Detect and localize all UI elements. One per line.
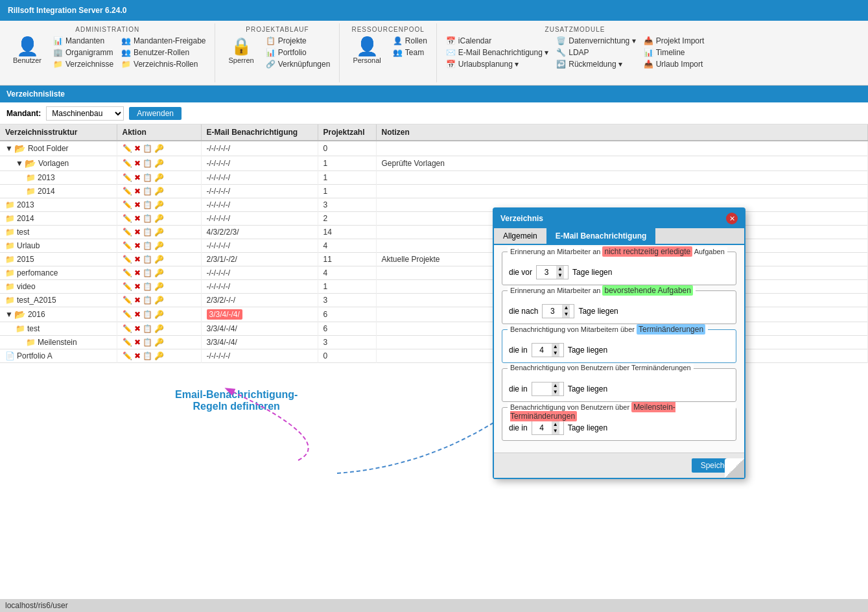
ribbon-item-benutzer[interactable]: 👤 Benutzer xyxy=(8,36,47,65)
delete-icon[interactable]: ✖ xyxy=(134,310,141,319)
edit-icon[interactable]: ✏️ xyxy=(123,255,132,264)
copy-icon[interactable]: 📋 xyxy=(143,351,152,360)
copy-icon[interactable]: 📋 xyxy=(143,324,152,333)
edit-icon[interactable]: ✏️ xyxy=(123,338,132,347)
ribbon-link-urlaubsplanung[interactable]: 📅 Urlaubsplanung ▾ xyxy=(445,59,550,69)
copy-icon[interactable]: 📋 xyxy=(143,310,152,319)
copy-icon[interactable]: 📋 xyxy=(143,214,152,223)
ribbon-link-rueckmeldung[interactable]: ↩️ Rückmeldung ▾ xyxy=(555,59,637,69)
key-icon[interactable]: 🔑 xyxy=(154,173,164,182)
copy-icon[interactable]: 📋 xyxy=(143,200,152,209)
ribbon-item-personal[interactable]: 👤 Personal xyxy=(347,36,386,65)
delete-icon[interactable]: ✖ xyxy=(134,159,141,168)
copy-icon[interactable]: 📋 xyxy=(143,338,152,347)
delete-icon[interactable]: ✖ xyxy=(134,282,141,291)
edit-icon[interactable]: ✏️ xyxy=(123,310,132,319)
spinner-1-input[interactable] xyxy=(537,268,556,277)
key-icon[interactable]: 🔑 xyxy=(154,351,164,360)
key-icon[interactable]: 🔑 xyxy=(154,282,164,291)
ribbon-link-projekte[interactable]: 📋 Projekte xyxy=(264,36,332,46)
edit-icon[interactable]: ✏️ xyxy=(123,324,132,333)
spinner-4-up[interactable]: ▲ xyxy=(552,383,559,389)
copy-icon[interactable]: 📋 xyxy=(143,241,152,250)
delete-icon[interactable]: ✖ xyxy=(134,200,141,209)
edit-icon[interactable]: ✏️ xyxy=(123,241,132,250)
spinner-5-up[interactable]: ▲ xyxy=(552,421,559,428)
delete-icon[interactable]: ✖ xyxy=(134,338,141,347)
ribbon-link-team[interactable]: 👥 Team xyxy=(392,47,428,58)
edit-icon[interactable]: ✏️ xyxy=(123,200,132,209)
edit-icon[interactable]: ✏️ xyxy=(123,187,132,196)
delete-icon[interactable]: ✖ xyxy=(134,255,141,264)
delete-icon[interactable]: ✖ xyxy=(134,214,141,223)
expand-icon[interactable]: ▼ xyxy=(5,144,13,153)
delete-icon[interactable]: ✖ xyxy=(134,268,141,277)
copy-icon[interactable]: 📋 xyxy=(143,296,152,305)
ribbon-link-timeline[interactable]: 📊 Timeline xyxy=(642,47,706,58)
ribbon-link-verknuepfungen[interactable]: 🔗 Verknüpfungen xyxy=(264,59,332,69)
mandant-select[interactable]: Maschinenbau xyxy=(46,106,124,121)
dialog-close-button[interactable]: ✕ xyxy=(726,213,738,224)
key-icon[interactable]: 🔑 xyxy=(154,228,164,237)
copy-icon[interactable]: 📋 xyxy=(143,187,152,196)
copy-icon[interactable]: 📋 xyxy=(143,282,152,291)
edit-icon[interactable]: ✏️ xyxy=(123,144,132,153)
delete-icon[interactable]: ✖ xyxy=(134,144,141,153)
ribbon-link-projekt-import[interactable]: 📥 Projekt Import xyxy=(642,36,706,46)
delete-icon[interactable]: ✖ xyxy=(134,296,141,305)
copy-icon[interactable]: 📋 xyxy=(143,228,152,237)
ribbon-link-organigramm[interactable]: 🏢 Organigramm xyxy=(52,47,115,58)
copy-icon[interactable]: 📋 xyxy=(143,268,152,277)
spinner-4-input[interactable] xyxy=(532,384,552,394)
spinner-1-up[interactable]: ▲ xyxy=(556,266,564,272)
expand-icon[interactable]: ▼ xyxy=(5,310,13,319)
edit-icon[interactable]: ✏️ xyxy=(123,159,132,168)
tab-allgemein[interactable]: Allgemein xyxy=(494,228,546,244)
apply-button[interactable]: Anwenden xyxy=(129,107,182,120)
copy-icon[interactable]: 📋 xyxy=(143,173,152,182)
edit-icon[interactable]: ✏️ xyxy=(123,173,132,182)
ribbon-link-verzeichnis-rollen[interactable]: 📁 Verzeichnis-Rollen xyxy=(120,59,207,69)
expand-icon[interactable]: ▼ xyxy=(16,159,23,168)
key-icon[interactable]: 🔑 xyxy=(154,214,164,223)
ribbon-link-ldap[interactable]: 🔧 LDAP xyxy=(555,47,637,58)
delete-icon[interactable]: ✖ xyxy=(134,228,141,237)
spinner-1-down[interactable]: ▼ xyxy=(556,272,564,279)
key-icon[interactable]: 🔑 xyxy=(154,255,164,264)
ribbon-link-email-benachrichtigung[interactable]: ✉️ E-Mail Benachrichtigung ▾ xyxy=(445,47,550,58)
spinner-2-down[interactable]: ▼ xyxy=(562,311,570,318)
key-icon[interactable]: 🔑 xyxy=(154,241,164,250)
edit-icon[interactable]: ✏️ xyxy=(123,268,132,277)
delete-icon[interactable]: ✖ xyxy=(134,187,141,196)
ribbon-link-verzeichnisse[interactable]: 📁 Verzeichnisse xyxy=(52,59,115,69)
delete-icon[interactable]: ✖ xyxy=(134,324,141,333)
delete-icon[interactable]: ✖ xyxy=(134,351,141,360)
key-icon[interactable]: 🔑 xyxy=(154,310,164,319)
spinner-3-down[interactable]: ▼ xyxy=(552,350,559,357)
ribbon-link-icalendar[interactable]: 📅 iCalendar xyxy=(445,36,550,46)
edit-icon[interactable]: ✏️ xyxy=(123,214,132,223)
delete-icon[interactable]: ✖ xyxy=(134,173,141,182)
key-icon[interactable]: 🔑 xyxy=(154,144,164,153)
tab-email-benachrichtigung[interactable]: E-Mail Benachrichtigung xyxy=(546,228,656,244)
ribbon-item-sperren[interactable]: 🔒 Sperren xyxy=(223,36,259,65)
key-icon[interactable]: 🔑 xyxy=(154,296,164,305)
copy-icon[interactable]: 📋 xyxy=(143,255,152,264)
key-icon[interactable]: 🔑 xyxy=(154,200,164,209)
ribbon-link-datenvernichtung[interactable]: 🗑️ Datenvernichtung ▾ xyxy=(555,36,637,46)
key-icon[interactable]: 🔑 xyxy=(154,324,164,333)
edit-icon[interactable]: ✏️ xyxy=(123,351,132,360)
ribbon-link-urlaub-import[interactable]: 📥 Urlaub Import xyxy=(642,59,706,69)
delete-icon[interactable]: ✖ xyxy=(134,241,141,250)
key-icon[interactable]: 🔑 xyxy=(154,187,164,196)
copy-icon[interactable]: 📋 xyxy=(143,144,152,153)
ribbon-link-rollen[interactable]: 👤 Rollen xyxy=(392,36,428,46)
key-icon[interactable]: 🔑 xyxy=(154,268,164,277)
spinner-5-input[interactable] xyxy=(532,423,552,432)
spinner-3-up[interactable]: ▲ xyxy=(552,344,559,350)
edit-icon[interactable]: ✏️ xyxy=(123,296,132,305)
ribbon-link-mandanten-freigabe[interactable]: 👥 Mandanten-Freigabe xyxy=(120,36,207,46)
ribbon-link-benutzer-rollen[interactable]: 👥 Benutzer-Rollen xyxy=(120,47,207,58)
key-icon[interactable]: 🔑 xyxy=(154,159,164,168)
spinner-5-down[interactable]: ▼ xyxy=(552,428,559,434)
